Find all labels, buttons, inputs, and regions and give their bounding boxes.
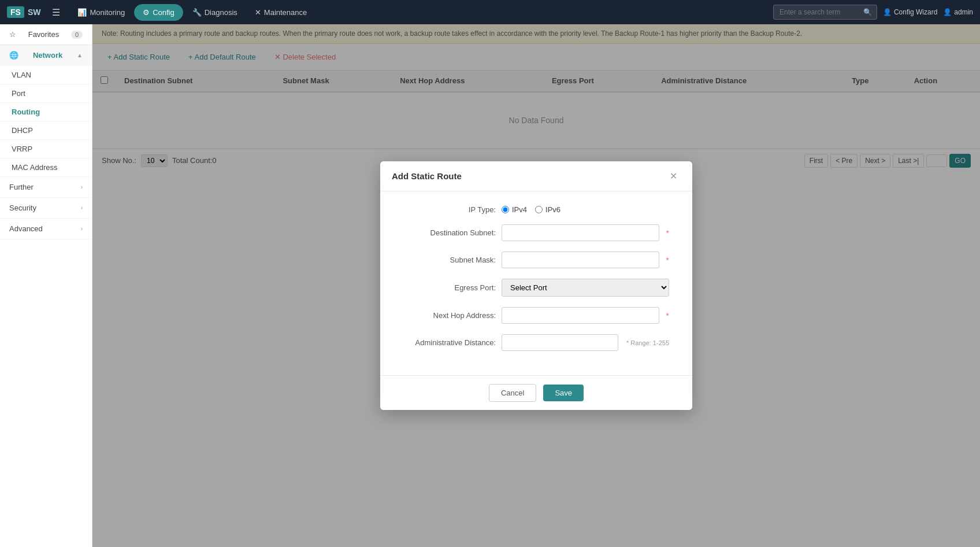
ip-type-label: IP Type: (403, 205, 496, 214)
sidebar-item-dhcp[interactable]: DHCP (0, 121, 92, 140)
search-input[interactable] (779, 8, 860, 16)
logo-sw: SW (28, 8, 41, 17)
favorites-badge: 0 (71, 31, 83, 39)
sidebar-item-further[interactable]: Further › (0, 177, 92, 198)
next-hop-input[interactable] (502, 307, 659, 324)
nav-maintenance[interactable]: ✕ Maintenance (247, 5, 315, 20)
subnet-mask-input[interactable] (502, 252, 659, 268)
sidebar: ☆ Favorites 0 🌐 Network ▲ VLAN Port Rout… (0, 24, 92, 547)
subnet-mask-label: Subnet Mask: (403, 256, 496, 264)
sidebar-item-advanced[interactable]: Advanced › (0, 219, 92, 239)
ipv4-radio-label[interactable]: IPv4 (502, 205, 527, 214)
search-icon: 🔍 (863, 8, 872, 16)
user-menu[interactable]: 👤 admin (943, 8, 973, 16)
ipv4-radio[interactable] (502, 206, 509, 213)
wizard-icon: 👤 (883, 8, 892, 16)
user-icon: 👤 (943, 8, 952, 16)
destination-subnet-row: Destination Subnet: * (403, 224, 669, 241)
subnet-mask-required: * (666, 256, 669, 265)
ip-type-row: IP Type: IPv4 IPv6 (403, 205, 669, 214)
sidebar-item-mac-address[interactable]: MAC Address (0, 158, 92, 177)
sidebar-item-vlan[interactable]: VLAN (0, 66, 92, 84)
modal-header: Add Static Route ✕ (380, 161, 692, 191)
search-box[interactable]: 🔍 (773, 5, 877, 20)
sidebar-item-routing[interactable]: Routing (0, 103, 92, 121)
config-wizard-link[interactable]: 👤 Config Wizard (883, 8, 937, 16)
ipv6-radio[interactable] (535, 206, 543, 213)
topnav-right: 🔍 👤 Config Wizard 👤 admin (773, 5, 973, 20)
egress-port-select[interactable]: Select Port (502, 279, 669, 297)
nav-items: 📊 Monitoring ⚙ Config 🔧 Diagnosis ✕ Main… (69, 4, 771, 21)
modal-footer: Cancel Save (380, 375, 692, 410)
egress-port-row: Egress Port: Select Port (403, 279, 669, 297)
menu-button[interactable]: ☰ (47, 5, 65, 20)
egress-port-label: Egress Port: (403, 283, 496, 292)
subnet-mask-row: Subnet Mask: * (403, 252, 669, 268)
nav-diagnosis[interactable]: 🔧 Diagnosis (184, 5, 246, 20)
sidebar-item-network[interactable]: 🌐 Network ▲ (0, 45, 92, 66)
monitoring-icon: 📊 (77, 8, 87, 17)
sidebar-item-favorites[interactable]: ☆ Favorites 0 (0, 24, 92, 45)
nav-monitoring[interactable]: 📊 Monitoring (69, 5, 133, 20)
destination-subnet-input[interactable] (502, 224, 659, 241)
chevron-right-icon-2: › (81, 205, 83, 211)
add-static-route-modal: Add Static Route ✕ IP Type: IPv4 (380, 161, 692, 410)
admin-distance-input[interactable]: 1 (502, 334, 618, 351)
modal-title: Add Static Route (392, 171, 462, 181)
sidebar-item-vrrp[interactable]: VRRP (0, 140, 92, 158)
hamburger-icon: ☰ (52, 8, 60, 17)
save-button[interactable]: Save (543, 385, 584, 401)
star-icon: ☆ (9, 30, 16, 39)
ip-type-radio-group: IPv4 IPv6 (502, 205, 560, 214)
layout: ☆ Favorites 0 🌐 Network ▲ VLAN Port Rout… (0, 24, 980, 547)
chevron-right-icon-3: › (81, 226, 83, 232)
admin-distance-label: Administrative Distance: (403, 338, 496, 347)
topnav: FS SW ☰ 📊 Monitoring ⚙ Config 🔧 Diagnosi… (0, 0, 980, 24)
config-icon: ⚙ (143, 8, 150, 17)
next-hop-label: Next Hop Address: (403, 311, 496, 320)
destination-subnet-label: Destination Subnet: (403, 228, 496, 237)
nav-config[interactable]: ⚙ Config (134, 4, 183, 21)
diagnosis-icon: 🔧 (192, 8, 202, 17)
ipv6-radio-label[interactable]: IPv6 (535, 205, 560, 214)
app-logo: FS SW (7, 6, 40, 18)
cancel-button[interactable]: Cancel (489, 384, 536, 402)
chevron-up-icon: ▲ (77, 52, 83, 58)
logo-fs: FS (7, 6, 24, 18)
destination-subnet-required: * (666, 228, 669, 238)
maintenance-icon: ✕ (255, 8, 261, 17)
modal-body: IP Type: IPv4 IPv6 (380, 191, 692, 375)
admin-distance-row: Administrative Distance: 1 * Range: 1-25… (403, 334, 669, 351)
network-icon: 🌐 (9, 51, 18, 60)
next-hop-required: * (666, 311, 669, 320)
modal-overlay: Add Static Route ✕ IP Type: IPv4 (92, 24, 980, 547)
main-content: Note: Routing includes a primary route a… (92, 24, 980, 547)
sidebar-item-security[interactable]: Security › (0, 198, 92, 219)
chevron-right-icon: › (81, 184, 83, 190)
admin-distance-hint: * Range: 1-255 (626, 339, 669, 346)
modal-close-button[interactable]: ✕ (666, 169, 681, 183)
next-hop-row: Next Hop Address: * (403, 307, 669, 324)
sidebar-item-port[interactable]: Port (0, 84, 92, 103)
